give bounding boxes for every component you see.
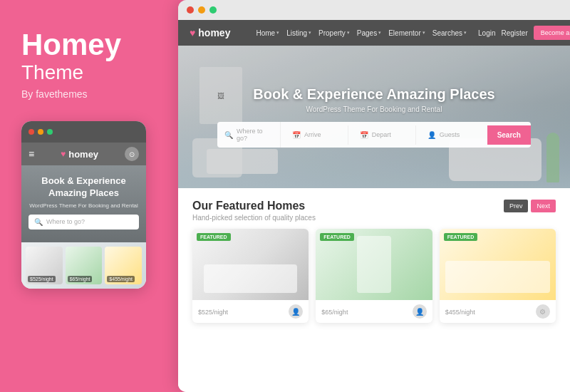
search-depart-label: Depart bbox=[372, 131, 391, 138]
nav-pages-chevron: ▾ bbox=[378, 30, 381, 36]
desktop-hero: 🖼 Book & Experience Amazing Places WordP… bbox=[178, 46, 570, 188]
hamburger-icon[interactable]: ≡ bbox=[28, 148, 34, 160]
prev-button[interactable]: Prev bbox=[504, 200, 529, 212]
nav-searches[interactable]: Searches ▾ bbox=[432, 29, 467, 37]
featured-section: Our Featured Homes Hand-picked selection… bbox=[178, 188, 570, 392]
card3-furniture bbox=[445, 261, 550, 293]
nav-home-chevron: ▾ bbox=[276, 30, 279, 36]
property-price-3: $455/night bbox=[445, 306, 475, 316]
hero-search-arrive[interactable]: 📅 Arrive bbox=[285, 125, 348, 145]
nav-listing-chevron: ▾ bbox=[309, 30, 311, 36]
room-illustration-1 bbox=[192, 229, 309, 300]
search-button[interactable]: Search bbox=[487, 125, 531, 145]
nav-elementor[interactable]: Elementor ▾ bbox=[388, 29, 425, 37]
theme-name: Homey bbox=[21, 29, 121, 61]
desktop-heart-icon: ♥ bbox=[190, 27, 195, 38]
calendar-icon: 📅 bbox=[292, 131, 301, 139]
property-price-1: $525/night bbox=[198, 306, 228, 316]
price-value-2: $65 bbox=[321, 309, 332, 316]
desktop-top-bar bbox=[178, 0, 570, 20]
hero-title: Book & Experience Amazing Places bbox=[253, 86, 494, 103]
price-unit-2: /night bbox=[332, 309, 348, 316]
mobile-dot-green bbox=[47, 129, 53, 135]
desktop-nav-links: Home ▾ Listing ▾ Property ▾ Pages ▾ Elem… bbox=[256, 29, 467, 37]
property-image-3: FEATURED bbox=[440, 229, 556, 300]
nav-pages-label: Pages bbox=[357, 29, 377, 37]
mobile-top-bar bbox=[21, 121, 146, 143]
become-host-button[interactable]: Become a Host bbox=[534, 26, 570, 40]
hero-content: Book & Experience Amazing Places WordPre… bbox=[253, 86, 494, 113]
nav-listing-label: Listing bbox=[286, 29, 307, 37]
property-footer-1: $525/night 👤 bbox=[192, 300, 309, 323]
room-illustration-2 bbox=[316, 229, 432, 300]
card1-furniture bbox=[204, 264, 297, 293]
mobile-dot-red bbox=[28, 129, 34, 135]
mobile-navbar: ≡ ♥ homey ⊙ bbox=[21, 143, 146, 165]
theme-type: Theme bbox=[21, 61, 121, 84]
mobile-logo: ♥ homey bbox=[61, 149, 98, 160]
hero-search-depart[interactable]: 📅 Depart bbox=[353, 125, 416, 145]
mobile-price-1: $525/night bbox=[28, 276, 56, 282]
mobile-card-2: $65/night bbox=[66, 247, 103, 284]
featured-title: Our Featured Homes bbox=[192, 200, 316, 212]
desktop-dot-red bbox=[187, 6, 194, 14]
price-unit-1: /night bbox=[212, 309, 228, 316]
mobile-dot-yellow bbox=[38, 129, 43, 135]
mobile-hero: Book & Experience Amazing Places WordPre… bbox=[21, 165, 146, 242]
nav-listing[interactable]: Listing ▾ bbox=[286, 29, 311, 37]
nav-property[interactable]: Property ▾ bbox=[318, 29, 350, 37]
room-illustration-3 bbox=[440, 229, 556, 300]
property-avatar-2: 👤 bbox=[413, 304, 427, 319]
property-image-1: FEATURED bbox=[192, 229, 309, 300]
nav-searches-label: Searches bbox=[432, 29, 462, 37]
hero-search-bar[interactable]: 🔍 Where to go? 📅 Arrive 📅 Depart 👤 Guest… bbox=[217, 122, 531, 148]
nav-elementor-label: Elementor bbox=[388, 29, 421, 37]
mobile-cards-row: $525/night $65/night $455/night bbox=[21, 242, 146, 289]
mobile-card-3: $455/night bbox=[105, 247, 142, 284]
theme-title-block: Homey Theme By favethemes bbox=[21, 29, 121, 121]
mobile-logo-text: homey bbox=[68, 149, 98, 160]
desktop-mockup: ♥ homey Home ▾ Listing ▾ Property ▾ Page… bbox=[178, 0, 570, 392]
mobile-hero-title: Book & Experience Amazing Places bbox=[28, 175, 139, 200]
search-guests-label: Guests bbox=[440, 131, 460, 138]
nav-home[interactable]: Home ▾ bbox=[256, 29, 279, 37]
featured-title-block: Our Featured Homes Hand-picked selection… bbox=[192, 200, 316, 222]
calendar-depart-icon: 📅 bbox=[360, 131, 368, 139]
nav-login[interactable]: Login bbox=[478, 29, 495, 37]
hero-overlay bbox=[178, 46, 570, 188]
mobile-search-placeholder: Where to go? bbox=[46, 218, 85, 225]
search-destination-placeholder: Where to go? bbox=[237, 128, 273, 142]
property-card-1[interactable]: FEATURED $525/night 👤 bbox=[192, 229, 309, 323]
mobile-price-2: $65/night bbox=[68, 276, 93, 282]
property-avatar-3: ⚙ bbox=[536, 304, 550, 319]
property-card-2[interactable]: FEATURED $65/night 👤 bbox=[316, 229, 432, 323]
guests-icon: 👤 bbox=[428, 131, 436, 139]
nav-searches-chevron: ▾ bbox=[464, 30, 467, 36]
desktop-nav-actions: Login Register Become a Host bbox=[478, 26, 570, 40]
nav-pages[interactable]: Pages ▾ bbox=[357, 29, 381, 37]
mobile-mockup: ≡ ♥ homey ⊙ Book & Experience Amazing Pl… bbox=[21, 121, 146, 289]
nav-elementor-chevron: ▾ bbox=[423, 30, 425, 36]
mobile-hero-subtitle: WordPress Theme For Booking and Rental bbox=[28, 202, 139, 209]
property-price-2: $65/night bbox=[321, 306, 348, 316]
property-avatar-1: 👤 bbox=[289, 304, 303, 319]
theme-author: By favethemes bbox=[21, 88, 121, 100]
property-image-2: FEATURED bbox=[316, 229, 432, 300]
nav-register[interactable]: Register bbox=[501, 29, 527, 37]
property-footer-2: $65/night 👤 bbox=[316, 300, 432, 323]
mobile-price-3: $455/night bbox=[107, 276, 135, 282]
nav-property-chevron: ▾ bbox=[347, 30, 350, 36]
heart-icon: ♥ bbox=[61, 149, 66, 159]
mobile-user-icon[interactable]: ⊙ bbox=[125, 147, 139, 161]
hero-search-guests[interactable]: 👤 Guests bbox=[420, 125, 483, 145]
desktop-content: ♥ homey Home ▾ Listing ▾ Property ▾ Page… bbox=[178, 20, 570, 392]
mobile-image-preview: $525/night $65/night $455/night bbox=[21, 242, 146, 289]
property-card-3[interactable]: FEATURED $455/night ⚙ bbox=[440, 229, 556, 323]
mobile-search-bar[interactable]: 🔍 Where to go? bbox=[28, 215, 139, 229]
desktop-navbar: ♥ homey Home ▾ Listing ▾ Property ▾ Page… bbox=[178, 20, 570, 46]
mobile-card-1: $525/night bbox=[26, 247, 63, 284]
next-button[interactable]: Next bbox=[531, 200, 556, 212]
nav-home-label: Home bbox=[256, 29, 275, 37]
hero-search-destination[interactable]: 🔍 Where to go? bbox=[217, 122, 281, 148]
search-icon: 🔍 bbox=[224, 131, 233, 139]
